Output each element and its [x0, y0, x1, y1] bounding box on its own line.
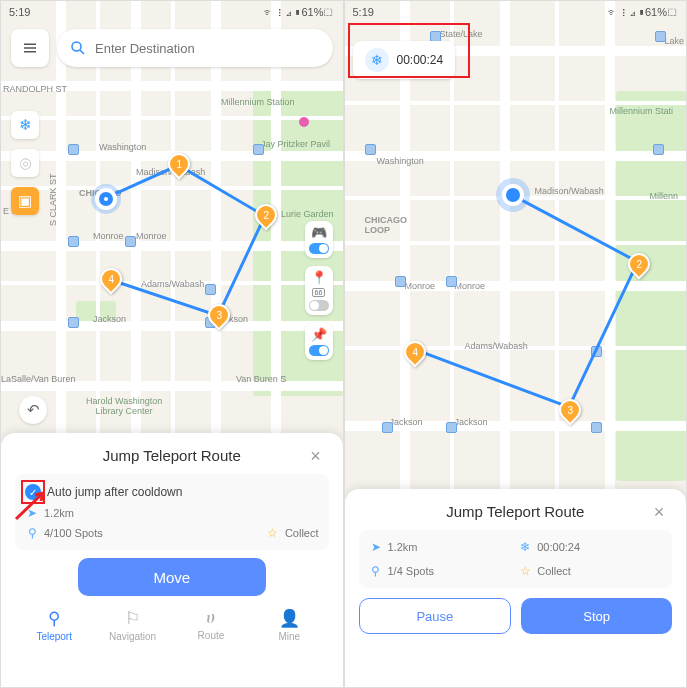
- undo-button[interactable]: ↶: [19, 396, 47, 424]
- bottom-nav: ⚲Teleport ⚐Navigation ሀRoute 👤Mine: [15, 602, 329, 642]
- poi-tool[interactable]: 📍 66: [305, 266, 333, 315]
- snowflake-icon: ❄: [365, 48, 389, 72]
- locate-tool[interactable]: ◎: [11, 149, 39, 177]
- cooldown-timer[interactable]: ❄ 00:00:24: [353, 41, 456, 79]
- distance-value: 1.2km: [388, 541, 418, 553]
- sheet-title: Jump Teleport Route: [446, 503, 584, 520]
- spots-value: 4/100 Spots: [44, 527, 103, 539]
- collect-button[interactable]: Collect: [285, 527, 319, 539]
- auto-jump-checkbox[interactable]: ✓: [25, 484, 41, 500]
- status-bar: 5:19ᯤ ⋮ ⊿ ▮61%⬚: [345, 1, 687, 23]
- bottom-sheet: Jump Teleport Route × ➤1.2km ❄00:00:24 ⚲…: [345, 489, 687, 687]
- joystick-tool[interactable]: 🎮: [305, 221, 333, 258]
- right-screenshot: State/Lake Lake Washington Madison/Wabas…: [344, 0, 688, 688]
- search-bar[interactable]: [57, 29, 333, 67]
- nav-navigation[interactable]: ⚐Navigation: [93, 608, 171, 642]
- collect-button[interactable]: Collect: [537, 565, 571, 577]
- move-button[interactable]: Move: [78, 558, 266, 596]
- close-icon[interactable]: ×: [648, 501, 670, 523]
- nav-route[interactable]: ሀRoute: [172, 608, 250, 642]
- nav-teleport[interactable]: ⚲Teleport: [15, 608, 93, 642]
- status-bar: 5:19ᯤ ⋮ ⊿ ▮61%⬚: [1, 1, 343, 23]
- timer-value: 00:00:24: [397, 53, 444, 67]
- spots-value: 1/4 Spots: [388, 565, 434, 577]
- pause-button[interactable]: Pause: [359, 598, 512, 634]
- cooldown-value: 00:00:24: [537, 541, 580, 553]
- waypoint-4[interactable]: 4: [95, 263, 126, 294]
- menu-button[interactable]: [11, 29, 49, 67]
- sheet-title: Jump Teleport Route: [103, 447, 241, 464]
- folder-tool[interactable]: ▣: [11, 187, 39, 215]
- stop-button[interactable]: Stop: [521, 598, 672, 634]
- current-location: [95, 188, 117, 210]
- cooldown-tool[interactable]: ❄: [11, 111, 39, 139]
- search-input[interactable]: [95, 41, 321, 56]
- close-icon[interactable]: ×: [305, 445, 327, 467]
- current-location: [502, 184, 524, 206]
- svg-point-0: [72, 42, 81, 51]
- bottom-sheet: Jump Teleport Route × ✓ Auto jump after …: [1, 433, 343, 687]
- auto-jump-label: Auto jump after cooldown: [47, 485, 182, 499]
- distance-value: 1.2km: [44, 507, 74, 519]
- left-screenshot: RANDOLPH ST Washington E ST Madison/Waba…: [0, 0, 344, 688]
- nav-mine[interactable]: 👤Mine: [250, 608, 328, 642]
- collect-tool[interactable]: 📌: [305, 323, 333, 360]
